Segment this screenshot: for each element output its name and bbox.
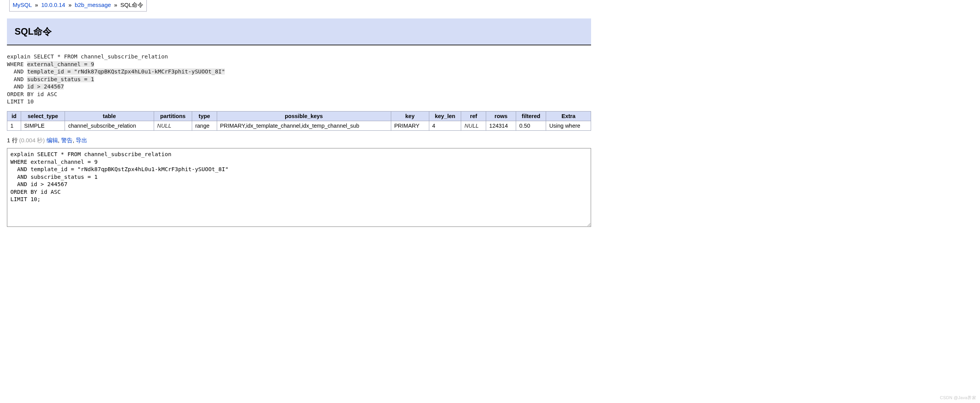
status-rows: 1 行	[7, 137, 18, 143]
col-type: type	[192, 111, 217, 121]
cell-partitions: NULL	[154, 121, 192, 130]
cell-select-type: SIMPLE	[21, 121, 65, 130]
breadcrumb-host[interactable]: 10.0.0.14	[41, 2, 65, 8]
table-row: 1 SIMPLE channel_subscribe_relation NULL…	[7, 121, 591, 130]
breadcrumb-sep: »	[68, 2, 71, 8]
cell-rows: 124314	[486, 121, 516, 130]
cell-id: 1	[7, 121, 21, 130]
col-partitions: partitions	[154, 111, 192, 121]
cell-type: range	[192, 121, 217, 130]
col-id: id	[7, 111, 21, 121]
col-ref: ref	[461, 111, 486, 121]
warn-link[interactable]: 警告	[61, 137, 73, 143]
cell-extra: Using where	[546, 121, 591, 130]
explain-result-table: id select_type table partitions type pos…	[7, 111, 591, 131]
col-possible-keys: possible_keys	[217, 111, 391, 121]
table-header-row: id select_type table partitions type pos…	[7, 111, 591, 121]
col-select-type: select_type	[21, 111, 65, 121]
status-line: 1 行 (0.004 秒) 编辑, 警告, 导出	[7, 137, 591, 144]
cell-key-len: 4	[429, 121, 461, 130]
cell-table: channel_subscribe_relation	[65, 121, 154, 130]
breadcrumb-mysql[interactable]: MySQL	[13, 2, 32, 8]
breadcrumb: MySQL » 10.0.0.14 » b2b_message » SQL命令	[9, 0, 147, 12]
edit-link[interactable]: 编辑	[47, 137, 58, 143]
breadcrumb-sep: »	[114, 2, 117, 8]
col-rows: rows	[486, 111, 516, 121]
cell-possible-keys: PRIMARY,idx_template_channel,idx_temp_ch…	[217, 121, 391, 130]
breadcrumb-db[interactable]: b2b_message	[75, 2, 111, 8]
breadcrumb-current: SQL命令	[120, 2, 143, 8]
col-key-len: key_len	[429, 111, 461, 121]
sql-input[interactable]	[7, 148, 591, 227]
col-table: table	[65, 111, 154, 121]
col-key: key	[391, 111, 429, 121]
status-timing: (0.004 秒)	[19, 137, 45, 143]
cell-ref: NULL	[461, 121, 486, 130]
cell-key: PRIMARY	[391, 121, 429, 130]
cell-filtered: 0.50	[516, 121, 546, 130]
page-title: SQL命令	[7, 18, 591, 45]
breadcrumb-sep: »	[35, 2, 38, 8]
export-link[interactable]: 导出	[76, 137, 87, 143]
col-extra: Extra	[546, 111, 591, 121]
sql-display: explain SELECT * FROM channel_subscribe_…	[7, 53, 591, 106]
col-filtered: filtered	[516, 111, 546, 121]
